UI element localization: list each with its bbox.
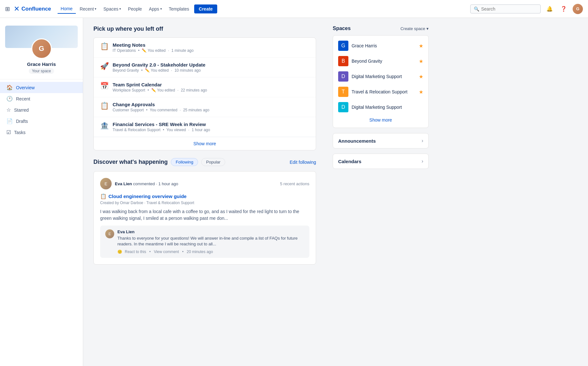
main-content: Pick up where you left off 📋 Meeting Not… <box>83 18 326 366</box>
comment-avatar: E <box>105 229 114 238</box>
recent-item-content: Meeting Notes IT Operations • ✏️ You edi… <box>113 42 309 53</box>
recent-item[interactable]: 📋 Meeting Notes IT Operations • ✏️ You e… <box>94 38 316 58</box>
discover-title: Discover what's happening <box>93 159 168 165</box>
sidebar-item-starred[interactable]: ☆ Starred <box>0 104 83 115</box>
doc-icon: 📋 <box>100 102 109 110</box>
overview-label: Overview <box>16 85 35 90</box>
sidebar-profile: G Grace Harris Your space <box>0 18 83 79</box>
sidebar-item-overview[interactable]: 🏠 Overview <box>0 82 83 93</box>
space-icon-beyond: B <box>338 56 348 66</box>
space-name: Digital Marketing Support <box>352 74 416 79</box>
search-box[interactable]: 🔍 <box>470 4 541 13</box>
recent-item-meta: Customer Support • You commented · 25 mi… <box>113 108 309 112</box>
recent-item[interactable]: 🏦 Financial Services - SRE Week in Revie… <box>94 117 316 137</box>
recent-icon: 🕐 <box>6 96 13 102</box>
doc-icon: 🚀 <box>100 62 109 70</box>
grid-icon[interactable]: ⊞ <box>5 5 10 12</box>
recent-item[interactable]: 📅 Team Sprint Calendar Workplace Support… <box>94 77 316 97</box>
show-more-recent[interactable]: Show more <box>94 137 316 150</box>
sidebar-nav: 🏠 Overview 🕐 Recent ☆ Starred 📄 Drafts ☑… <box>0 79 83 140</box>
profile-avatar[interactable]: G <box>31 38 52 59</box>
view-comment-link[interactable]: View comment <box>154 250 179 254</box>
space-item-beyond-gravity[interactable]: B Beyond Gravity ★ <box>333 53 428 69</box>
confluence-logo-text: Confluence <box>21 6 51 12</box>
user-avatar[interactable]: G <box>573 4 583 14</box>
announcements-chevron: › <box>422 138 423 144</box>
drafts-icon: 📄 <box>6 118 13 124</box>
space-item-digital-marketing-2[interactable]: D Digital Marketing Support <box>333 99 428 115</box>
profile-tag: Your space <box>29 68 54 74</box>
recent-arrow: ▾ <box>95 7 96 11</box>
nav-apps[interactable]: Apps ▾ <box>146 4 165 13</box>
notifications-button[interactable]: 🔔 <box>544 4 555 14</box>
profile-name: Grace Harris <box>27 61 56 67</box>
nav-people[interactable]: People <box>125 4 145 13</box>
star-icon[interactable]: ★ <box>419 58 423 64</box>
logo[interactable]: ✕ Confluence <box>14 5 51 13</box>
page-doc-icon: 📋 <box>100 193 107 199</box>
star-icon[interactable]: ★ <box>419 89 423 95</box>
activity-page-meta: Created by Omar Darboe · Travel & Reloca… <box>100 201 309 205</box>
activity-user-avatar: E <box>100 178 112 189</box>
calendars-title: Calendars <box>338 159 362 164</box>
recent-label: Recent <box>16 96 30 101</box>
calendars-section[interactable]: Calendars › <box>333 154 429 169</box>
spaces-title: Spaces <box>333 26 351 31</box>
announcements-section[interactable]: Announcements › <box>333 133 429 148</box>
space-name: Travel & Relocation Support <box>352 89 416 94</box>
space-item-grace-harris[interactable]: G Grace Harris ★ <box>333 38 428 53</box>
react-icon: 🙂 <box>117 250 122 254</box>
recent-item[interactable]: 📋 Change Approvals Customer Support • Yo… <box>94 97 316 117</box>
recent-item-meta: IT Operations • ✏️ You edited · 1 minute… <box>113 48 309 53</box>
space-item-digital-marketing-1[interactable]: D Digital Marketing Support ★ <box>333 69 428 84</box>
activity-user-name: Eva Lien <box>115 181 132 186</box>
nav-recent[interactable]: Recent ▾ <box>76 4 99 13</box>
edit-following-link[interactable]: Edit following <box>290 160 316 165</box>
comment-time: 20 minutes ago <box>187 250 213 254</box>
recent-item-content: Financial Services - SRE Week in Review … <box>113 122 309 132</box>
activity-page-link[interactable]: 📋 Cloud engineering overview guide <box>100 193 309 199</box>
spaces-arrow: ▾ <box>119 7 121 11</box>
recent-item-content: Change Approvals Customer Support • You … <box>113 102 309 112</box>
star-icon[interactable]: ★ <box>419 43 423 49</box>
recent-items-card: 📋 Meeting Notes IT Operations • ✏️ You e… <box>93 37 316 150</box>
recent-item-title: Change Approvals <box>113 102 309 107</box>
nav-spaces[interactable]: Spaces ▾ <box>100 4 124 13</box>
sidebar: G Grace Harris Your space 🏠 Overview 🕐 R… <box>0 18 83 366</box>
sidebar-item-drafts[interactable]: 📄 Drafts <box>0 115 83 127</box>
tab-following[interactable]: Following <box>171 158 198 166</box>
activity-action-text: commented <box>133 181 155 186</box>
react-link[interactable]: React to this <box>125 250 146 254</box>
sidebar-item-recent[interactable]: 🕐 Recent <box>0 93 83 104</box>
tab-popular[interactable]: Popular <box>201 158 225 166</box>
search-icon: 🔍 <box>474 6 479 12</box>
star-icon[interactable]: ★ <box>419 74 423 80</box>
activity-excerpt: I was walking back from a local cafe wit… <box>100 208 309 222</box>
activity-header: E Eva Lien commented · 1 hour ago 5 rece… <box>100 178 309 189</box>
help-button[interactable]: ❓ <box>559 4 569 14</box>
comment-content: Eva Lien Thanks to everyone for your que… <box>117 229 304 254</box>
show-more-spaces[interactable]: Show more <box>333 115 428 125</box>
search-input[interactable] <box>481 6 537 12</box>
activity-time: 1 hour ago <box>158 181 178 186</box>
chevron-down-icon: ▾ <box>426 26 429 31</box>
recent-item[interactable]: 🚀 Beyond Gravity 2.0 - Stakeholder Updat… <box>94 58 316 77</box>
sidebar-item-tasks[interactable]: ☑ Tasks <box>0 127 83 138</box>
activity-card: E Eva Lien commented · 1 hour ago 5 rece… <box>93 171 316 265</box>
create-space-button[interactable]: Create space ▾ <box>401 26 429 31</box>
nav-templates[interactable]: Templates <box>166 4 193 13</box>
drafts-label: Drafts <box>16 119 28 124</box>
activity-header-text: Eva Lien commented · 1 hour ago <box>115 181 277 186</box>
create-button[interactable]: Create <box>194 4 217 13</box>
recent-item-title: Meeting Notes <box>113 42 309 48</box>
nav-home[interactable]: Home <box>58 4 76 14</box>
space-icon-digital1: D <box>338 71 348 82</box>
starred-label: Starred <box>14 107 29 113</box>
main-layout: G Grace Harris Your space 🏠 Overview 🕐 R… <box>0 18 588 366</box>
right-panel: Spaces Create space ▾ G Grace Harris ★ B… <box>326 18 435 366</box>
space-item-travel[interactable]: T Travel & Relocation Support ★ <box>333 84 428 99</box>
spaces-header: Spaces Create space ▾ <box>333 26 429 31</box>
space-icon-travel: T <box>338 87 348 97</box>
space-name: Beyond Gravity <box>352 59 416 64</box>
calendar-icon: 📅 <box>100 82 109 90</box>
